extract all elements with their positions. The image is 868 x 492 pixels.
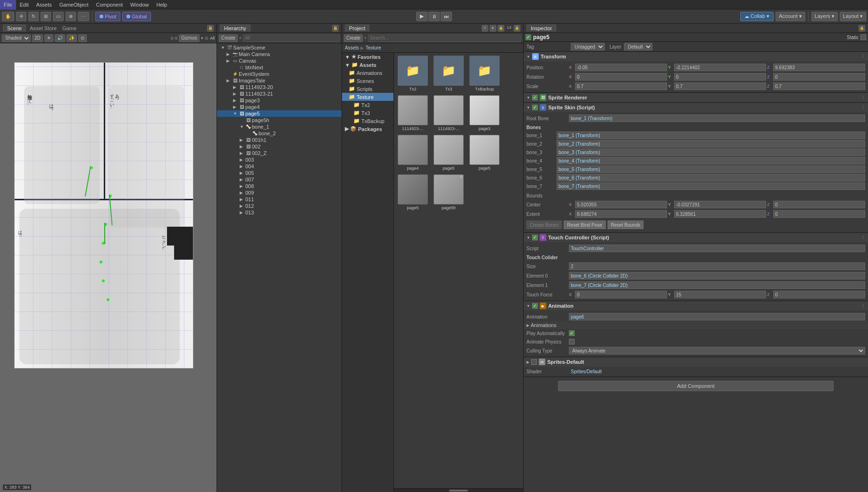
fx-btn[interactable]: ✨ — [67, 34, 77, 42]
menu-help[interactable]: Help — [152, 0, 171, 9]
layout-btn[interactable]: Layout ▾ — [840, 12, 866, 21]
menu-component[interactable]: Component — [92, 0, 126, 9]
tree-1114923-20[interactable]: ▶ 🖼 1114923-20 — [217, 84, 342, 90]
proj-tx2[interactable]: 📁 Tx2 — [342, 101, 393, 109]
hierarchy-create-btn[interactable]: Create — [219, 34, 238, 42]
asset-store-tab[interactable]: Asset Store — [28, 25, 58, 31]
proj-icon-3[interactable]: 🔒 — [498, 25, 504, 32]
center-z-input[interactable] — [773, 201, 865, 208]
scene-lock-btn[interactable]: 🔒 — [207, 25, 214, 32]
proj-favorites[interactable]: ▼ ★ Favorites — [342, 53, 393, 61]
asset-1114923-2[interactable]: 1114923-... — [432, 94, 466, 132]
bone-3-input[interactable] — [557, 148, 865, 156]
scene-misc-btn[interactable]: ⊙ — [78, 34, 87, 42]
tree-bone2[interactable]: 🦴 bone_2 — [217, 130, 342, 137]
extent-y-input[interactable] — [674, 210, 766, 218]
rot-y-input[interactable] — [674, 73, 766, 81]
proj-scrollbar[interactable] — [394, 488, 523, 492]
pos-x-input[interactable] — [575, 64, 667, 71]
layers-btn[interactable]: Layers ▾ — [811, 12, 838, 21]
add-component-btn[interactable]: Add Component — [558, 381, 834, 391]
scale-x-input[interactable] — [575, 82, 667, 90]
proj-txbackup[interactable]: 📁 TxBackup — [342, 117, 393, 125]
tree-page3[interactable]: ▶ 🖼 page3 — [217, 97, 342, 104]
pos-y-input[interactable] — [674, 64, 766, 71]
hierarchy-search[interactable] — [243, 34, 340, 42]
tree-page4[interactable]: ▶ 🖼 page4 — [217, 104, 342, 110]
proj-packages[interactable]: ▶ 📦 Packages — [342, 125, 393, 133]
tree-004[interactable]: ▶ 004 — [217, 163, 342, 170]
asset-txbackup-folder[interactable]: 📁 TxBackup — [467, 55, 501, 92]
toolbar-transform-btn[interactable]: ⊕ — [66, 12, 76, 21]
tc-script-input[interactable] — [569, 245, 865, 252]
anim-physics-checkbox[interactable] — [569, 339, 575, 344]
create-bones-btn[interactable]: Create Bones — [526, 221, 562, 229]
asset-page4[interactable]: page4 — [396, 134, 430, 172]
toolbar-scale-btn[interactable]: ⊞ — [41, 12, 51, 21]
proj-assets[interactable]: ▼ 📁 Assets — [342, 61, 393, 69]
game-tab[interactable]: Game — [60, 25, 78, 31]
tree-main-camera[interactable]: ▶ 📷 Main Camera — [217, 51, 342, 57]
light-btn[interactable]: ☀ — [44, 34, 53, 42]
2d-btn[interactable]: 2D — [32, 34, 43, 42]
center-y-input[interactable] — [674, 201, 766, 208]
scale-y-input[interactable] — [674, 82, 766, 90]
hierarchy-tab[interactable]: Hierarchy — [220, 25, 250, 32]
pivot-toggle[interactable]: Pivot — [95, 12, 120, 21]
gizmos-btn[interactable]: Gizmos — [179, 34, 200, 42]
layer-select[interactable]: Default — [624, 43, 652, 50]
tree-009[interactable]: ▶ 009 — [217, 189, 342, 196]
proj-texture[interactable]: 📁 Texture — [342, 93, 393, 101]
scene-tab[interactable]: Scene — [3, 25, 26, 32]
rot-x-input[interactable] — [575, 73, 667, 81]
audio-btn[interactable]: 🔊 — [55, 34, 65, 42]
sd-enable[interactable] — [531, 359, 537, 365]
shaded-select[interactable]: Shaded — [2, 34, 31, 42]
proj-tx3[interactable]: 📁 Tx3 — [342, 109, 393, 117]
tree-013[interactable]: ▶ 013 — [217, 209, 342, 216]
ss-enable[interactable]: ✓ — [532, 105, 538, 110]
sprite-skin-header[interactable]: ▼ ✓ S Sprite Skin (Script) ⋮ — [524, 103, 868, 112]
asset-page5-1[interactable]: page5 — [432, 134, 466, 172]
tree-btnnext[interactable]: □ btnNext — [217, 64, 342, 71]
tree-canvas[interactable]: ▶ ▭ Canvas — [217, 57, 342, 64]
sprite-renderer-header[interactable]: ▼ ✓ 🖼 Sprite Renderer ⋮ — [524, 93, 868, 102]
proj-animations[interactable]: 📁 Animations — [342, 69, 393, 77]
account-btn[interactable]: Account ▾ — [776, 12, 805, 21]
reset-bounds-btn[interactable]: Reset Bounds — [608, 221, 644, 229]
tree-page5h[interactable]: 🖼 page5h — [217, 117, 342, 123]
bone-7-input[interactable] — [557, 182, 865, 190]
pause-btn[interactable]: ⏸ — [428, 12, 440, 21]
sr-enable[interactable]: ✓ — [532, 95, 538, 100]
rot-z-input[interactable] — [773, 73, 865, 81]
tf-y-input[interactable] — [674, 291, 766, 298]
menu-window[interactable]: Window — [126, 0, 152, 9]
tag-select[interactable]: Untagged — [571, 43, 605, 50]
center-x-input[interactable] — [575, 201, 667, 208]
tree-008[interactable]: ▶ 008 — [217, 183, 342, 189]
play-btn[interactable]: ▶ — [416, 12, 427, 21]
asset-page3[interactable]: page3 — [467, 94, 501, 132]
tree-011[interactable]: ▶ 011 — [217, 196, 342, 203]
proj-scenes[interactable]: 📁 Scenes — [342, 77, 393, 85]
asset-page5-2[interactable]: page5 — [467, 134, 501, 172]
tree-002[interactable]: ▶ 🖼 002 — [217, 143, 342, 150]
pos-z-input[interactable] — [773, 64, 865, 71]
anim-animations-foldout[interactable]: ▶ Animations — [524, 321, 868, 329]
extent-x-input[interactable] — [575, 210, 667, 218]
tree-samplescene[interactable]: ▼ 🎬 SampleScene — [217, 44, 342, 51]
obj-active-checkbox[interactable]: ✓ — [526, 34, 531, 40]
proj-lock[interactable]: 🔒 — [514, 25, 520, 32]
anim-enable[interactable]: ✓ — [532, 303, 538, 309]
scale-z-input[interactable] — [773, 82, 865, 90]
proj-search[interactable] — [368, 34, 521, 42]
root-bone-input[interactable] — [569, 115, 865, 122]
bone-4-input[interactable] — [557, 157, 865, 164]
bone-5-input[interactable] — [557, 165, 865, 173]
menu-gameobject[interactable]: GameObject — [56, 0, 92, 9]
bone-6-input[interactable] — [557, 174, 865, 181]
toolbar-move-btn[interactable]: ✛ — [16, 12, 26, 21]
tree-imagestale[interactable]: ▶ 🖼 ImagesTale — [217, 77, 342, 84]
anim-clip-input[interactable] — [569, 313, 865, 320]
asset-page5h[interactable]: page5h — [432, 173, 466, 211]
